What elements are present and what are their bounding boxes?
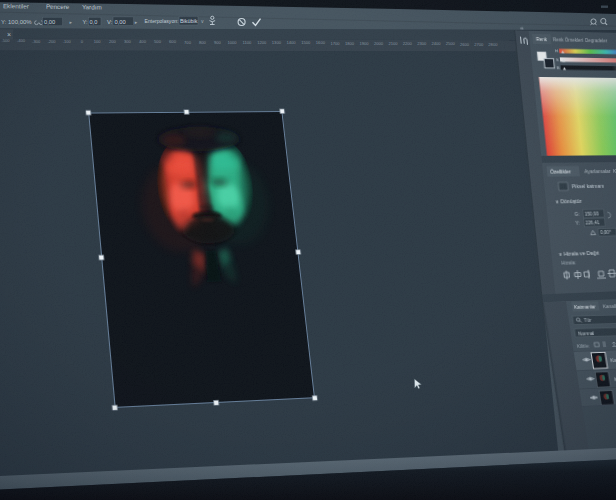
svg-text:400: 400	[139, 39, 147, 44]
svg-text:S: S	[556, 57, 559, 62]
svg-text:200: 200	[109, 39, 117, 44]
svg-text:0,00: 0,00	[115, 19, 126, 25]
svg-text:300: 300	[124, 39, 132, 44]
svg-text:2700: 2700	[474, 42, 484, 47]
svg-text:G:: G:	[574, 212, 579, 218]
svg-text:Renk Örnekleri: Renk Örnekleri	[553, 37, 584, 43]
svg-text:100: 100	[94, 39, 102, 44]
svg-text:1100: 1100	[242, 40, 252, 45]
svg-text:2500: 2500	[446, 42, 456, 47]
svg-text:1500: 1500	[301, 40, 311, 45]
svg-text:Özellikler: Özellikler	[550, 169, 571, 175]
svg-text:150,93: 150,93	[584, 211, 599, 217]
svg-text:2300: 2300	[417, 41, 427, 46]
svg-text:2000: 2000	[374, 41, 384, 46]
svg-text:-400: -400	[17, 38, 26, 43]
svg-text:Hizala:: Hizala:	[561, 260, 576, 266]
svg-text:500: 500	[154, 39, 162, 44]
svg-text:1300: 1300	[272, 40, 282, 45]
svg-text:1000: 1000	[228, 40, 238, 45]
svg-text:0,0: 0,0	[90, 19, 98, 25]
svg-text:∨: ∨	[201, 18, 205, 24]
svg-text:Eklentiler: Eklentiler	[3, 2, 29, 9]
svg-text:×: ×	[7, 31, 11, 38]
svg-text:Normal: Normal	[578, 330, 595, 336]
svg-text:2800: 2800	[488, 42, 498, 47]
svg-text:2600: 2600	[460, 42, 470, 47]
svg-text:900: 900	[214, 40, 222, 45]
svg-text:«: «	[520, 24, 524, 31]
svg-text:1800: 1800	[345, 41, 355, 46]
svg-text:Bikübik: Bikübik	[180, 18, 198, 24]
svg-text:-500: -500	[1, 38, 10, 43]
svg-text:Tür: Tür	[584, 318, 593, 324]
svg-text:Katman 1: Katman 1	[610, 357, 616, 363]
svg-text:Ayarlamalar: Ayarlamalar	[584, 169, 611, 175]
svg-text:700: 700	[184, 40, 192, 45]
svg-text:1600: 1600	[316, 41, 326, 46]
svg-text:Enterpolasyon:: Enterpolasyon:	[145, 18, 179, 24]
svg-text:1900: 1900	[359, 41, 369, 46]
svg-text:B: B	[557, 65, 560, 70]
svg-text:800: 800	[199, 40, 207, 45]
svg-text:Kilitle:: Kilitle:	[577, 344, 590, 349]
svg-text:H: H	[555, 49, 558, 54]
svg-text:Yardım: Yardım	[82, 3, 102, 10]
svg-text:0,00°: 0,00°	[600, 230, 611, 236]
svg-text:1400: 1400	[287, 40, 297, 45]
svg-text:Pencere: Pencere	[46, 3, 70, 10]
svg-text:-100: -100	[63, 39, 72, 44]
svg-text:Y:: Y:	[575, 221, 580, 227]
svg-text:600: 600	[169, 40, 177, 45]
svg-text:Piksel katmanı: Piksel katmanı	[572, 184, 605, 190]
svg-text:∨ Dönüştür: ∨ Dönüştür	[555, 198, 582, 204]
svg-text:Kanallar: Kanallar	[603, 304, 616, 309]
svg-text:-200: -200	[47, 39, 56, 44]
svg-text:1200: 1200	[257, 40, 267, 45]
svg-text:Degradeler: Degradeler	[585, 39, 608, 44]
svg-text:V:: V:	[107, 19, 113, 25]
svg-text:0,00: 0,00	[44, 19, 55, 25]
svg-text:-300: -300	[32, 39, 41, 44]
svg-text:2200: 2200	[403, 41, 413, 46]
svg-text:Y:: Y:	[83, 19, 89, 25]
svg-text:Renk: Renk	[536, 38, 548, 43]
svg-text:1700: 1700	[330, 41, 340, 46]
svg-text:226,41: 226,41	[585, 220, 600, 226]
svg-text:2100: 2100	[388, 41, 398, 46]
svg-text:Katmanlar: Katmanlar	[574, 305, 597, 310]
svg-text:2400: 2400	[431, 41, 441, 46]
svg-text:Y: 100,00%: Y: 100,00%	[1, 19, 32, 25]
